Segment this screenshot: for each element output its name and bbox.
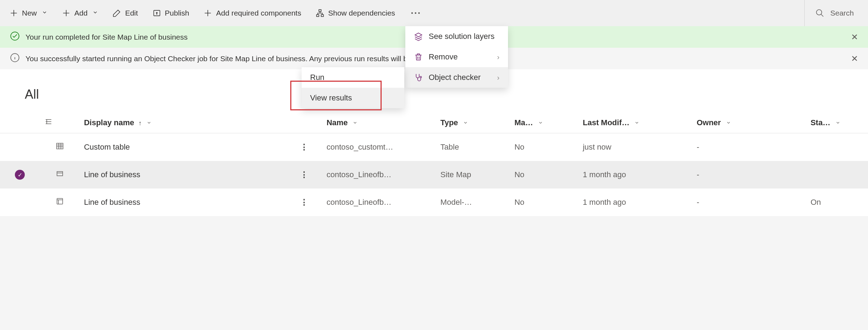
context-menu: See solution layers Remove › Object chec… [405, 26, 508, 88]
info-circle-icon [10, 53, 20, 64]
chevron-down-icon [92, 10, 98, 17]
svg-rect-3 [321, 15, 324, 16]
command-bar: New Add Edit Publish Add required compon… [0, 0, 868, 26]
column-name[interactable]: Name [322, 112, 436, 133]
add-required-label: Add required components [216, 9, 301, 17]
owner: - [692, 161, 806, 189]
chevron-down-icon [726, 120, 731, 126]
column-display-name[interactable]: Display name ↑ [80, 112, 296, 133]
svg-rect-8 [57, 172, 63, 176]
column-owner[interactable]: Owner [692, 112, 806, 133]
edit-button[interactable]: Edit [107, 0, 143, 26]
overflow-button[interactable]: ··· [404, 5, 428, 22]
svg-rect-7 [57, 143, 63, 149]
stethoscope-icon [414, 73, 423, 82]
chevron-down-icon [353, 120, 358, 126]
column-managed[interactable]: Ma… [510, 112, 578, 133]
chevron-down-icon [42, 10, 47, 17]
checkmark-circle-icon [10, 31, 20, 43]
column-select[interactable] [0, 112, 40, 133]
pencil-icon [112, 8, 121, 18]
display-name: Custom table [80, 133, 296, 161]
context-submenu: Run View results [302, 67, 404, 108]
owner: - [692, 189, 806, 216]
checkmark-icon: ✓ [15, 170, 25, 180]
managed: No [510, 133, 578, 161]
display-name: Line of business [80, 161, 296, 189]
add-label: Add [74, 9, 87, 17]
status: On [806, 189, 868, 216]
publish-label: Publish [165, 9, 189, 17]
chevron-right-icon: › [497, 53, 499, 61]
table-row[interactable]: Custom table ⋮ contoso_customt… Table No… [0, 133, 868, 161]
name: contoso_Lineofb… [322, 161, 436, 189]
chevron-down-icon [634, 120, 639, 126]
last-modified: 1 month ago [578, 189, 692, 216]
row-more-button[interactable]: ⋮ [296, 161, 322, 189]
managed: No [510, 189, 578, 216]
svg-rect-1 [319, 10, 321, 11]
row-checkbox[interactable] [0, 133, 40, 161]
column-type[interactable]: Type [436, 112, 510, 133]
row-checkbox[interactable]: ✓ [0, 161, 40, 189]
column-status[interactable]: Sta… [806, 112, 868, 133]
trash-icon [414, 52, 423, 62]
svg-rect-9 [57, 198, 63, 204]
svg-rect-2 [316, 15, 319, 16]
svg-point-4 [817, 10, 822, 15]
close-icon[interactable]: ✕ [851, 32, 858, 42]
row-checkbox[interactable] [0, 189, 40, 216]
name: contoso_customt… [322, 133, 436, 161]
menu-object-checker[interactable]: Object checker › [405, 67, 508, 88]
sitemap-type-icon [40, 161, 80, 189]
search-icon [815, 8, 824, 18]
status [806, 161, 868, 189]
menu-view-results[interactable]: View results [302, 88, 404, 108]
add-button[interactable]: Add [56, 0, 104, 26]
column-icon[interactable] [40, 112, 80, 133]
publish-icon [152, 8, 161, 18]
plus-icon [203, 8, 212, 18]
notification-text: You successfully started running an Obje… [25, 54, 451, 63]
notification-text: Your run completed for Site Map Line of … [25, 33, 188, 41]
menu-remove[interactable]: Remove › [405, 47, 508, 67]
display-name: Line of business [80, 189, 296, 216]
publish-button[interactable]: Publish [147, 0, 195, 26]
plus-icon [62, 8, 71, 18]
row-more-button[interactable]: ⋮ [296, 133, 322, 161]
last-modified: 1 month ago [578, 161, 692, 189]
layers-icon [414, 32, 423, 41]
show-deps-label: Show dependencies [328, 9, 395, 17]
app-type-icon [40, 189, 80, 216]
type: Site Map [436, 161, 510, 189]
table-row[interactable]: Line of business ⋮ contoso_Lineofb… Mode… [0, 189, 868, 216]
close-icon[interactable]: ✕ [851, 54, 858, 64]
search-placeholder: Search [830, 9, 854, 17]
show-dependencies-button[interactable]: Show dependencies [310, 0, 401, 26]
status [806, 133, 868, 161]
chevron-down-icon [835, 120, 840, 126]
new-label: New [22, 9, 37, 17]
dependencies-icon [315, 8, 325, 18]
content-area: All Display name ↑ Name [0, 69, 868, 216]
search-box[interactable]: Search [804, 0, 864, 26]
new-button[interactable]: New [4, 0, 53, 26]
row-more-button[interactable]: ⋮ [296, 189, 322, 216]
add-required-button[interactable]: Add required components [198, 0, 307, 26]
menu-run[interactable]: Run [302, 67, 404, 88]
column-last-modified[interactable]: Last Modif… [578, 112, 692, 133]
type: Table [436, 133, 510, 161]
edit-label: Edit [125, 9, 138, 17]
chevron-down-icon [147, 120, 152, 126]
chevron-down-icon [463, 120, 468, 126]
plus-icon [9, 8, 18, 18]
chevron-down-icon [538, 120, 543, 126]
svg-point-10 [420, 76, 421, 78]
chevron-right-icon: › [497, 74, 499, 82]
name: contoso_Lineofb… [322, 189, 436, 216]
table-row[interactable]: ✓ Line of business ⋮ contoso_Lineofb… Si… [0, 161, 868, 189]
managed: No [510, 161, 578, 189]
menu-see-solution-layers[interactable]: See solution layers [405, 26, 508, 47]
type: Model-… [436, 189, 510, 216]
solution-items-table: Display name ↑ Name Type [0, 112, 868, 216]
